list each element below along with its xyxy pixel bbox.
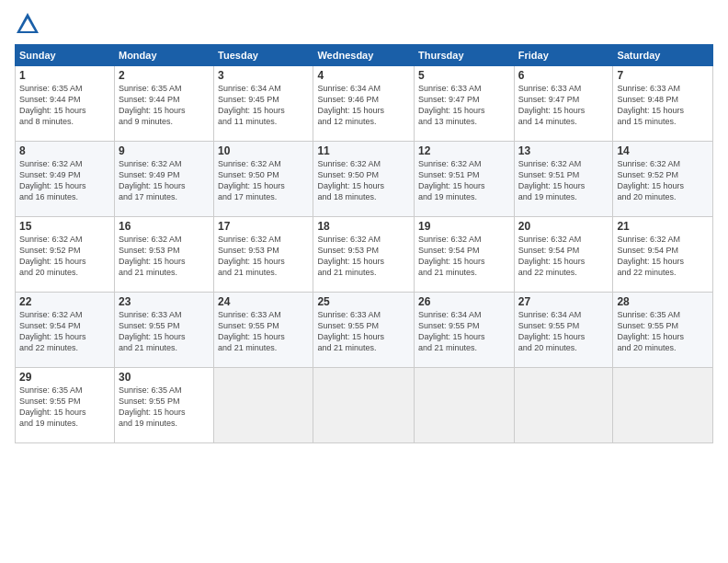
calendar-row-2: 8Sunrise: 6:32 AMSunset: 9:49 PMDaylight…: [16, 142, 713, 217]
day-info: Sunrise: 6:32 AMSunset: 9:53 PMDaylight:…: [218, 234, 309, 279]
day-info: Sunrise: 6:34 AMSunset: 9:46 PMDaylight:…: [317, 83, 410, 128]
day-info: Sunrise: 6:32 AMSunset: 9:50 PMDaylight:…: [218, 158, 309, 203]
calendar-cell: 22Sunrise: 6:32 AMSunset: 9:54 PMDayligh…: [16, 293, 115, 368]
calendar-cell: 6Sunrise: 6:33 AMSunset: 9:47 PMDaylight…: [514, 66, 613, 142]
calendar-cell: 11Sunrise: 6:32 AMSunset: 9:50 PMDayligh…: [313, 142, 415, 217]
day-info: Sunrise: 6:32 AMSunset: 9:50 PMDaylight:…: [317, 158, 410, 203]
day-number: 23: [119, 295, 210, 308]
header-thursday: Thursday: [415, 45, 515, 66]
calendar-cell: [514, 368, 613, 443]
day-number: 29: [19, 371, 110, 384]
calendar-cell: 9Sunrise: 6:32 AMSunset: 9:49 PMDaylight…: [114, 142, 213, 217]
calendar-cell: 23Sunrise: 6:33 AMSunset: 9:55 PMDayligh…: [114, 293, 213, 368]
day-number: 11: [317, 144, 410, 157]
day-number: 17: [218, 220, 309, 233]
day-info: Sunrise: 6:32 AMSunset: 9:52 PMDaylight:…: [19, 234, 110, 279]
calendar-cell: 19Sunrise: 6:32 AMSunset: 9:54 PMDayligh…: [415, 217, 515, 293]
day-number: 9: [119, 144, 210, 157]
day-info: Sunrise: 6:34 AMSunset: 9:55 PMDaylight:…: [518, 309, 609, 354]
day-info: Sunrise: 6:32 AMSunset: 9:54 PMDaylight:…: [418, 234, 510, 279]
day-info: Sunrise: 6:32 AMSunset: 9:54 PMDaylight:…: [19, 309, 110, 354]
day-number: 19: [418, 220, 510, 233]
day-info: Sunrise: 6:33 AMSunset: 9:47 PMDaylight:…: [518, 83, 609, 128]
calendar-cell: 15Sunrise: 6:32 AMSunset: 9:52 PMDayligh…: [16, 217, 115, 293]
day-number: 20: [518, 220, 609, 233]
day-number: 24: [218, 295, 309, 308]
calendar-cell: 12Sunrise: 6:32 AMSunset: 9:51 PMDayligh…: [415, 142, 515, 217]
calendar-cell: 13Sunrise: 6:32 AMSunset: 9:51 PMDayligh…: [514, 142, 613, 217]
calendar-cell: 20Sunrise: 6:32 AMSunset: 9:54 PMDayligh…: [514, 217, 613, 293]
header-wednesday: Wednesday: [313, 45, 415, 66]
calendar-row-4: 22Sunrise: 6:32 AMSunset: 9:54 PMDayligh…: [16, 293, 713, 368]
day-number: 15: [19, 220, 110, 233]
day-number: 6: [518, 69, 609, 82]
calendar-cell: 30Sunrise: 6:35 AMSunset: 9:55 PMDayligh…: [114, 368, 213, 443]
day-info: Sunrise: 6:35 AMSunset: 9:55 PMDaylight:…: [617, 309, 709, 354]
calendar-cell: 28Sunrise: 6:35 AMSunset: 9:55 PMDayligh…: [613, 293, 713, 368]
calendar-cell: 21Sunrise: 6:32 AMSunset: 9:54 PMDayligh…: [613, 217, 713, 293]
header-saturday: Saturday: [613, 45, 713, 66]
day-number: 27: [518, 295, 609, 308]
day-number: 26: [418, 295, 510, 308]
day-info: Sunrise: 6:35 AMSunset: 9:55 PMDaylight:…: [19, 385, 110, 430]
logo: [15, 11, 44, 37]
day-info: Sunrise: 6:35 AMSunset: 9:44 PMDaylight:…: [119, 83, 210, 128]
calendar-cell: 14Sunrise: 6:32 AMSunset: 9:52 PMDayligh…: [613, 142, 713, 217]
day-info: Sunrise: 6:33 AMSunset: 9:55 PMDaylight:…: [218, 309, 309, 354]
day-info: Sunrise: 6:34 AMSunset: 9:45 PMDaylight:…: [218, 83, 309, 128]
day-number: 8: [19, 144, 110, 157]
calendar-cell: 29Sunrise: 6:35 AMSunset: 9:55 PMDayligh…: [16, 368, 115, 443]
day-info: Sunrise: 6:32 AMSunset: 9:49 PMDaylight:…: [119, 158, 210, 203]
calendar-cell: 27Sunrise: 6:34 AMSunset: 9:55 PMDayligh…: [514, 293, 613, 368]
day-info: Sunrise: 6:34 AMSunset: 9:55 PMDaylight:…: [418, 309, 510, 354]
day-info: Sunrise: 6:32 AMSunset: 9:49 PMDaylight:…: [19, 158, 110, 203]
day-number: 21: [617, 220, 709, 233]
day-number: 13: [518, 144, 609, 157]
day-info: Sunrise: 6:33 AMSunset: 9:55 PMDaylight:…: [317, 309, 410, 354]
calendar-row-1: 1Sunrise: 6:35 AMSunset: 9:44 PMDaylight…: [16, 66, 713, 142]
calendar-cell: 25Sunrise: 6:33 AMSunset: 9:55 PMDayligh…: [313, 293, 415, 368]
day-number: 1: [19, 69, 110, 82]
day-number: 3: [218, 69, 309, 82]
day-info: Sunrise: 6:32 AMSunset: 9:53 PMDaylight:…: [119, 234, 210, 279]
calendar-page: SundayMondayTuesdayWednesdayThursdayFrid…: [0, 0, 728, 563]
calendar-cell: 17Sunrise: 6:32 AMSunset: 9:53 PMDayligh…: [214, 217, 313, 293]
calendar-cell: 8Sunrise: 6:32 AMSunset: 9:49 PMDaylight…: [16, 142, 115, 217]
calendar-header-row: SundayMondayTuesdayWednesdayThursdayFrid…: [16, 45, 713, 66]
calendar-cell: 4Sunrise: 6:34 AMSunset: 9:46 PMDaylight…: [313, 66, 415, 142]
calendar-cell: 16Sunrise: 6:32 AMSunset: 9:53 PMDayligh…: [114, 217, 213, 293]
day-number: 14: [617, 144, 709, 157]
day-number: 2: [119, 69, 210, 82]
calendar-cell: 2Sunrise: 6:35 AMSunset: 9:44 PMDaylight…: [114, 66, 213, 142]
header-tuesday: Tuesday: [214, 45, 313, 66]
day-number: 10: [218, 144, 309, 157]
header-sunday: Sunday: [16, 45, 115, 66]
calendar-cell: 26Sunrise: 6:34 AMSunset: 9:55 PMDayligh…: [415, 293, 515, 368]
calendar-cell: 7Sunrise: 6:33 AMSunset: 9:48 PMDaylight…: [613, 66, 713, 142]
day-number: 12: [418, 144, 510, 157]
calendar-cell: [214, 368, 313, 443]
header-friday: Friday: [514, 45, 613, 66]
day-number: 25: [317, 295, 410, 308]
day-info: Sunrise: 6:32 AMSunset: 9:51 PMDaylight:…: [518, 158, 609, 203]
day-info: Sunrise: 6:33 AMSunset: 9:55 PMDaylight:…: [119, 309, 210, 354]
calendar-table: SundayMondayTuesdayWednesdayThursdayFrid…: [15, 44, 713, 443]
calendar-cell: 5Sunrise: 6:33 AMSunset: 9:47 PMDaylight…: [415, 66, 515, 142]
day-info: Sunrise: 6:32 AMSunset: 9:54 PMDaylight:…: [518, 234, 609, 279]
day-info: Sunrise: 6:35 AMSunset: 9:44 PMDaylight:…: [19, 83, 110, 128]
calendar-row-3: 15Sunrise: 6:32 AMSunset: 9:52 PMDayligh…: [16, 217, 713, 293]
calendar-cell: 3Sunrise: 6:34 AMSunset: 9:45 PMDaylight…: [214, 66, 313, 142]
calendar-cell: [613, 368, 713, 443]
day-number: 4: [317, 69, 410, 82]
day-number: 5: [418, 69, 510, 82]
day-number: 30: [119, 371, 210, 384]
calendar-cell: 1Sunrise: 6:35 AMSunset: 9:44 PMDaylight…: [16, 66, 115, 142]
day-info: Sunrise: 6:33 AMSunset: 9:47 PMDaylight:…: [418, 83, 510, 128]
header-monday: Monday: [114, 45, 213, 66]
day-info: Sunrise: 6:32 AMSunset: 9:53 PMDaylight:…: [317, 234, 410, 279]
day-info: Sunrise: 6:35 AMSunset: 9:55 PMDaylight:…: [119, 385, 210, 430]
calendar-cell: 18Sunrise: 6:32 AMSunset: 9:53 PMDayligh…: [313, 217, 415, 293]
day-info: Sunrise: 6:33 AMSunset: 9:48 PMDaylight:…: [617, 83, 709, 128]
calendar-cell: [415, 368, 515, 443]
day-number: 18: [317, 220, 410, 233]
